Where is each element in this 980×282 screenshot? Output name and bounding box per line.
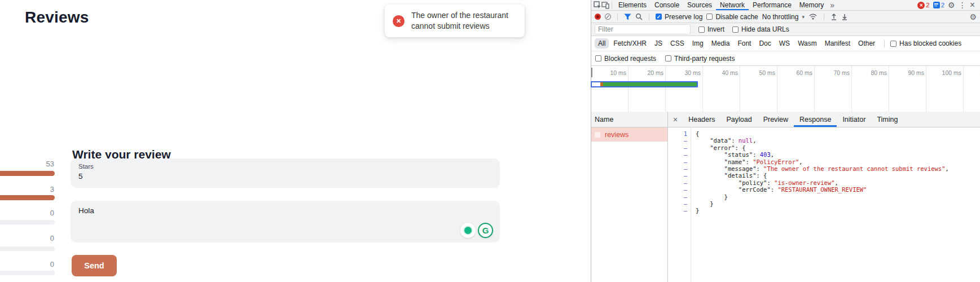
timeline-tick: 110 ms (964, 66, 980, 80)
filter-chip-ws[interactable]: WS (776, 38, 793, 49)
detail-tab-response[interactable]: Response (794, 112, 837, 127)
network-settings-gear-icon[interactable]: ⚙ (969, 13, 977, 21)
rating-count: 0 (0, 234, 54, 243)
devtools-tabbar: ElementsConsoleSourcesNetworkPerformance… (591, 0, 980, 11)
code-line: 1{ (668, 130, 980, 137)
filter-chip-img[interactable]: Img (689, 38, 707, 49)
detail-tab-headers[interactable]: Headers (683, 112, 720, 127)
filter-chip-doc[interactable]: Doc (755, 38, 774, 49)
timeline-tick: 60 ms (777, 66, 815, 80)
filter-input[interactable] (595, 24, 691, 34)
timeline-zero-tick (591, 68, 592, 77)
type-chips: AllFetch/XHRJSCSSImgMediaFontDocWSWasmMa… (595, 38, 878, 49)
checkbox-icon (698, 27, 705, 33)
waterfall-content-segment (603, 82, 697, 86)
token: } (696, 200, 714, 207)
tab-network[interactable]: Network (716, 0, 749, 10)
token: "PolicyError" (753, 158, 799, 165)
tab-sources[interactable]: Sources (683, 0, 716, 10)
blocked-requests-label: Blocked requests (604, 55, 656, 63)
stars-field[interactable]: Stars 5 (71, 158, 500, 188)
rating-bar (0, 220, 55, 224)
code-text: } (691, 207, 699, 214)
detail-tabs: HeadersPayloadPreviewResponseInitiatorTi… (683, 112, 903, 127)
network-conditions-icon[interactable] (808, 13, 818, 20)
send-button[interactable]: Send (72, 255, 117, 276)
detail-tab-payload[interactable]: Payload (720, 112, 757, 127)
checkbox-icon (732, 27, 739, 33)
detail-tab-preview[interactable]: Preview (758, 112, 794, 127)
more-tabs-icon[interactable]: » (828, 1, 837, 9)
detail-tab-timing[interactable]: Timing (871, 112, 903, 127)
filter-chip-css[interactable]: CSS (667, 38, 688, 49)
blocked-requests-checkbox[interactable]: Blocked requests (595, 55, 656, 63)
detail-tab-strip: × HeadersPayloadPreviewResponseInitiator… (668, 112, 980, 127)
name-column-header[interactable]: Name (591, 112, 667, 127)
preserve-log-checkbox[interactable]: ✓ Preserve log (656, 13, 702, 21)
line-number: – (668, 200, 691, 207)
request-waterfall-bar[interactable] (591, 81, 698, 87)
import-har-icon[interactable] (830, 13, 837, 20)
token: 403 (760, 151, 771, 158)
devtools-panel: ElementsConsoleSourcesNetworkPerformance… (591, 0, 980, 282)
third-party-requests-checkbox[interactable]: Third-party requests (665, 55, 735, 63)
hide-data-urls-checkbox[interactable]: Hide data URLs (732, 25, 789, 33)
filter-chip-font[interactable]: Font (734, 38, 754, 49)
request-favicon (595, 132, 600, 138)
line-number: – (668, 179, 691, 186)
filter-chip-all[interactable]: All (595, 38, 609, 49)
has-blocked-cookies-label: Has blocked cookies (899, 39, 961, 47)
close-detail-icon[interactable]: × (668, 115, 683, 124)
filter-chip-manifest[interactable]: Manifest (821, 38, 854, 49)
clear-network-log-button[interactable] (605, 14, 611, 20)
invert-checkbox[interactable]: Invert (698, 25, 724, 33)
rating-bar (0, 195, 55, 200)
code-text: "name": "PolicyError", (691, 158, 803, 165)
disable-cache-checkbox[interactable]: Disable cache (706, 13, 758, 21)
grammarly-tone-icon[interactable] (460, 223, 476, 238)
comment-textarea[interactable]: Hola G (71, 201, 500, 243)
filter-chip-other[interactable]: Other (855, 38, 878, 49)
comment-value: Hola (78, 206, 492, 215)
request-row-reviews[interactable]: reviews (591, 127, 667, 142)
timeline-tick: 100 ms (926, 66, 964, 80)
throttling-dropdown[interactable]: No throttling ▾ (762, 13, 805, 21)
toast-notification: ✕ The owner of the restaurant cannot sub… (385, 5, 525, 37)
filter-chip-media[interactable]: Media (708, 38, 733, 49)
filter-chip-wasm[interactable]: Wasm (794, 38, 820, 49)
response-body-viewer: 1{– "data": null,– "error": {– "status":… (668, 127, 980, 282)
line-number: – (668, 193, 691, 200)
kebab-menu-icon[interactable]: ⋮ (959, 1, 966, 9)
line-number: 1 (668, 130, 691, 137)
checkbox-icon (890, 41, 896, 47)
has-blocked-cookies-checkbox[interactable]: Has blocked cookies (890, 39, 961, 47)
device-toolbar-icon[interactable] (601, 1, 609, 9)
tab-memory[interactable]: Memory (796, 0, 828, 10)
rating-breakdown: 533000 (0, 0, 55, 282)
tab-performance[interactable]: Performance (749, 0, 796, 10)
code-line: – } (668, 200, 980, 207)
detail-tab-initiator[interactable]: Initiator (837, 112, 871, 127)
error-icon: ✕ (393, 15, 405, 27)
error-count-badge[interactable]: ✕ 2 (917, 2, 929, 9)
inspect-element-icon[interactable] (594, 1, 601, 9)
settings-gear-icon[interactable]: ⚙ (948, 1, 955, 9)
tab-elements[interactable]: Elements (614, 0, 651, 10)
filter-chip-js[interactable]: JS (651, 38, 666, 49)
export-har-icon[interactable] (841, 13, 848, 20)
issue-count-badge[interactable]: 2 (933, 2, 944, 8)
search-icon[interactable] (635, 13, 643, 20)
token: , (835, 179, 838, 186)
code-text: "data": null, (691, 137, 756, 144)
request-name: reviews (605, 131, 629, 139)
filter-chip-fetch-xhr[interactable]: Fetch/XHR (610, 38, 650, 49)
token: , (946, 165, 949, 172)
record-network-log-button[interactable] (595, 14, 601, 20)
close-devtools-icon[interactable]: × (970, 1, 975, 10)
filter-funnel-icon[interactable] (624, 14, 631, 20)
checkbox-icon (595, 55, 601, 61)
invert-label: Invert (707, 25, 724, 33)
grammarly-widget: G (460, 223, 493, 238)
tab-console[interactable]: Console (651, 0, 683, 10)
grammarly-icon[interactable]: G (478, 223, 493, 238)
